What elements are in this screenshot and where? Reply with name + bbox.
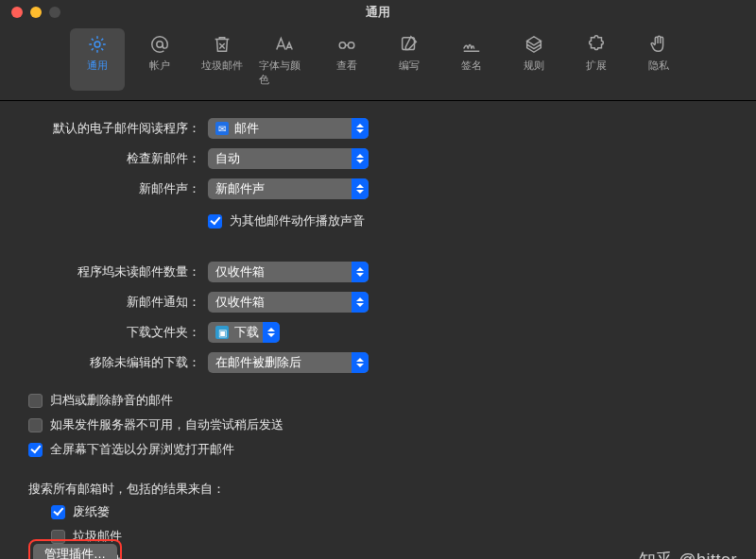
label: 默认的电子邮件阅读程序： [28, 120, 208, 137]
stepper-arrows-icon [352, 178, 369, 199]
select-value: 仅收件箱 [215, 294, 265, 311]
tab-junk[interactable]: 垃圾邮件 [195, 28, 249, 91]
select-value: 自动 [215, 150, 240, 167]
tab-label: 通用 [87, 59, 108, 73]
checkbox-label: 为其他邮件动作播放声音 [230, 212, 365, 229]
retry-later-checkbox[interactable] [28, 418, 43, 432]
tab-general[interactable]: 通用 [70, 28, 125, 91]
select-value: 在邮件被删除后 [215, 354, 301, 371]
select-value: 下载 [234, 324, 259, 341]
tab-accounts[interactable]: 帐户 [132, 28, 187, 91]
tab-signatures[interactable]: 签名 [444, 28, 499, 91]
svg-point-0 [94, 42, 100, 47]
search-trash-checkbox[interactable] [51, 505, 65, 519]
tab-rules[interactable]: 规则 [507, 28, 561, 91]
content-area: 默认的电子邮件阅读程序： ✉ 邮件 检查新邮件： 自动 新邮件声： 新邮件声 [0, 101, 756, 559]
row-search-encrypt: 加密邮件 [51, 552, 728, 559]
font-icon [274, 34, 295, 55]
tab-label: 字体与颜色 [259, 59, 310, 87]
rules-icon [524, 34, 544, 55]
window-title: 通用 [0, 4, 756, 21]
label: 新邮件通知： [28, 294, 208, 311]
svg-point-2 [339, 42, 345, 48]
mail-app-icon: ✉ [215, 122, 229, 135]
label: 下载文件夹： [28, 324, 208, 341]
signature-icon [461, 34, 482, 55]
tab-label: 规则 [524, 59, 544, 73]
row-retry-later: 如果发件服务器不可用，自动尝试稍后发送 [28, 416, 728, 433]
checkbox-label: 归档或删除静音的邮件 [50, 392, 173, 409]
label: 程序坞未读邮件数量： [28, 263, 208, 280]
tab-label: 垃圾邮件 [201, 59, 243, 73]
gear-icon [87, 34, 108, 55]
tab-label: 编写 [399, 59, 420, 73]
row-search-junk: 垃圾邮件 [51, 528, 728, 545]
manage-plugins-button[interactable]: 管理插件… [33, 544, 117, 559]
check-new-mail-select[interactable]: 自动 [208, 148, 369, 169]
tab-viewing[interactable]: 查看 [319, 28, 374, 91]
svg-rect-4 [403, 38, 415, 50]
row-archive-mute: 归档或删除静音的邮件 [28, 392, 728, 409]
hand-icon [648, 34, 669, 55]
remove-downloads-select[interactable]: 在邮件被删除后 [208, 352, 369, 373]
at-sign-icon [149, 34, 170, 55]
stepper-arrows-icon [352, 292, 369, 313]
label: 移除未编辑的下载： [28, 354, 208, 371]
row-dock-count: 程序坞未读邮件数量： 仅收件箱 [28, 262, 728, 282]
svg-point-1 [157, 42, 163, 47]
row-search-trash: 废纸篓 [51, 503, 728, 520]
tab-composing[interactable]: 编写 [382, 28, 437, 91]
tab-label: 签名 [461, 59, 482, 73]
row-new-mail-sound: 新邮件声： 新邮件声 [28, 178, 728, 199]
folder-icon: ▣ [215, 326, 229, 339]
row-remove-downloads: 移除未编辑的下载： 在邮件被删除后 [28, 352, 728, 373]
select-value: 仅收件箱 [215, 263, 265, 280]
tab-privacy[interactable]: 隐私 [631, 28, 686, 91]
button-label: 管理插件… [44, 546, 106, 559]
new-mail-notify-select[interactable]: 仅收件箱 [208, 292, 369, 313]
dock-count-select[interactable]: 仅收件箱 [208, 262, 369, 282]
puzzle-icon [586, 34, 607, 55]
search-heading: 搜索所有邮箱时，包括的结果来自： [28, 481, 728, 498]
row-new-mail-notify: 新邮件通知： 仅收件箱 [28, 292, 728, 313]
row-downloads-folder: 下载文件夹： ▣ 下载 [28, 322, 728, 343]
tab-label: 帐户 [149, 59, 170, 73]
archive-mute-checkbox[interactable] [28, 394, 43, 408]
select-value: 新邮件声 [215, 180, 265, 197]
trash-icon [212, 34, 232, 55]
checkbox-label: 全屏幕下首选以分屏浏览打开邮件 [50, 441, 234, 458]
stepper-arrows-icon [352, 148, 369, 169]
window-titlebar: 通用 [0, 0, 756, 25]
svg-point-3 [348, 42, 353, 48]
checkbox-label: 如果发件服务器不可用，自动尝试稍后发送 [50, 416, 284, 433]
play-sound-other-checkbox[interactable] [208, 214, 222, 229]
checkbox-label: 废纸篓 [73, 503, 110, 520]
highlight-annotation: 管理插件… [28, 539, 122, 559]
stepper-arrows-icon [352, 352, 369, 373]
stepper-arrows-icon [352, 118, 369, 139]
tab-fonts[interactable]: 字体与颜色 [257, 28, 312, 91]
tab-label: 扩展 [586, 59, 607, 73]
row-split-view: 全屏幕下首选以分屏浏览打开邮件 [28, 441, 728, 458]
row-default-reader: 默认的电子邮件阅读程序： ✉ 邮件 [28, 118, 728, 139]
split-view-checkbox[interactable] [28, 443, 43, 457]
stepper-arrows-icon [352, 262, 369, 282]
tab-label: 查看 [336, 59, 357, 73]
new-mail-sound-select[interactable]: 新邮件声 [208, 178, 369, 199]
downloads-folder-select[interactable]: ▣ 下载 [208, 322, 280, 343]
glasses-icon [336, 34, 357, 55]
default-reader-select[interactable]: ✉ 邮件 [208, 118, 369, 139]
label: 检查新邮件： [28, 150, 208, 167]
label: 新邮件声： [28, 180, 208, 197]
row-check-new-mail: 检查新邮件： 自动 [28, 148, 728, 169]
tab-label: 隐私 [648, 59, 669, 73]
row-play-sound-other: 为其他邮件动作播放声音 [28, 209, 728, 237]
select-value: 邮件 [234, 120, 259, 137]
tab-extensions[interactable]: 扩展 [569, 28, 624, 91]
stepper-arrows-icon [263, 322, 280, 343]
compose-icon [399, 34, 420, 55]
preferences-toolbar: 通用 帐户 垃圾邮件 字体与颜色 查看 编写 签名 规则 扩展 隐私 [0, 25, 756, 101]
